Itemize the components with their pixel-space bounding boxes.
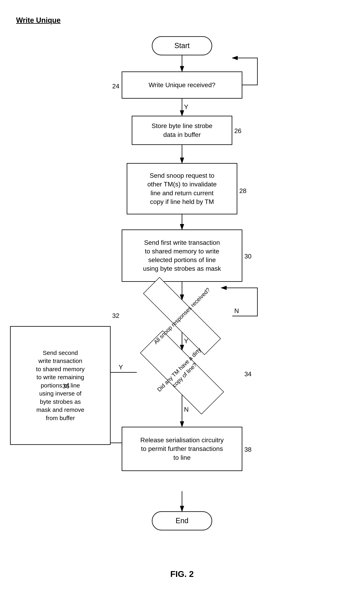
label-38: 38: [244, 446, 252, 453]
end-box: End: [152, 511, 212, 531]
svg-text:N: N: [184, 406, 189, 413]
send-second-write-box: Send second write transaction to shared …: [10, 326, 110, 445]
all-snoop-diamond-wrapper: All snoop responses received?: [122, 300, 242, 332]
write-unique-received-box: Write Unique received?: [122, 72, 242, 99]
dirty-copy-diamond-wrapper: Did any TM have a dirty copy of line?: [122, 350, 242, 395]
label-36: 36: [62, 382, 70, 390]
release-box: Release serialisation circuitry to permi…: [122, 427, 242, 471]
store-byte-box: Store byte line strobe data in buffer: [132, 116, 232, 145]
start-box: Start: [152, 36, 212, 55]
svg-text:Y: Y: [184, 103, 188, 111]
send-first-write-box: Send first write transaction to shared m…: [122, 229, 242, 282]
svg-text:Y: Y: [184, 337, 188, 345]
label-34: 34: [244, 370, 252, 378]
label-30: 30: [244, 253, 252, 260]
page: Write Unique Y N: [0, 0, 364, 591]
label-32: 32: [112, 312, 119, 319]
send-snoop-box: Send snoop request to other TM(s) to inv…: [127, 163, 237, 214]
flowchart: Y N N Y Y N: [0, 12, 364, 576]
label-24: 24: [112, 83, 119, 90]
figure-label: FIG. 2: [170, 569, 194, 579]
label-28: 28: [239, 187, 247, 195]
label-26: 26: [234, 127, 241, 135]
